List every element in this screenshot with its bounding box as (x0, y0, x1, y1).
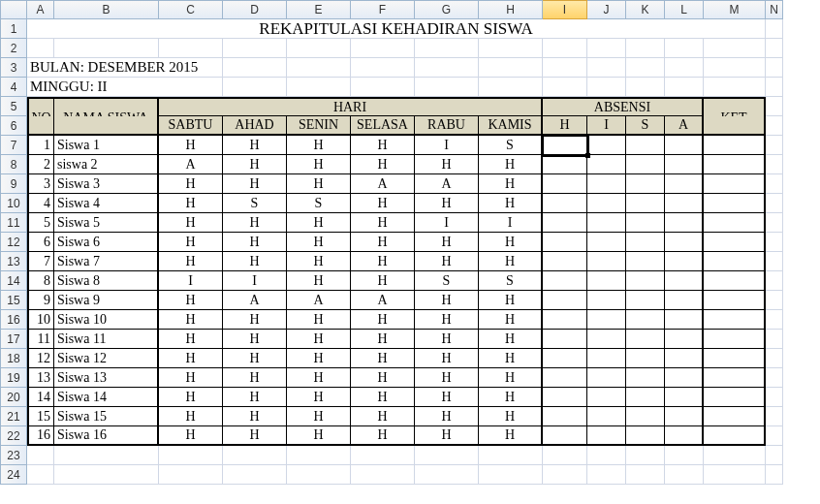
col-header-J[interactable]: J (587, 0, 626, 19)
cell-day-4-5[interactable]: H (479, 194, 543, 213)
cell-I24[interactable] (543, 465, 587, 485)
cell-day-6-4[interactable]: H (415, 233, 479, 252)
cell-N9[interactable] (766, 174, 783, 194)
cell-abs-15-2[interactable] (626, 407, 665, 426)
cell-abs-12-3[interactable] (665, 349, 704, 368)
cell-ket-7[interactable] (704, 252, 766, 271)
cell-abs-3-3[interactable] (665, 174, 704, 194)
cell-day-4-2[interactable]: S (287, 194, 351, 213)
cell-abs-9-3[interactable] (665, 291, 704, 310)
cell-K2[interactable] (626, 39, 665, 58)
cell-ket-13[interactable] (704, 368, 766, 388)
cell-day-9-0[interactable]: H (159, 291, 223, 310)
cell-nama-15[interactable]: Siswa 15 (54, 407, 159, 426)
cell-day-7-2[interactable]: H (287, 252, 351, 271)
cell-day-5-2[interactable]: H (287, 213, 351, 233)
cell-abs-14-2[interactable] (626, 388, 665, 407)
cell-N5[interactable] (766, 97, 783, 116)
cell-day-2-1[interactable]: H (223, 155, 287, 174)
cell-N7[interactable] (766, 136, 783, 155)
cell-abs-12-1[interactable] (587, 349, 626, 368)
cell-N6[interactable] (766, 116, 783, 136)
cell-day-16-4[interactable]: H (415, 426, 479, 446)
cell-day-6-2[interactable]: H (287, 233, 351, 252)
cell-ket-9[interactable] (704, 291, 766, 310)
cell-ket-8[interactable] (704, 271, 766, 291)
row-header-12[interactable]: 12 (0, 233, 27, 252)
cell-day-8-2[interactable]: H (287, 271, 351, 291)
cells-area[interactable]: REKAPITULASI KEHADIRAN SISWABULAN: DESEM… (27, 19, 783, 485)
cell-day-16-3[interactable]: H (351, 426, 415, 446)
cell-abs-16-3[interactable] (665, 426, 704, 446)
cell-abs-7-3[interactable] (665, 252, 704, 271)
cell-abs-5-0[interactable] (543, 213, 587, 233)
cell-M3[interactable] (704, 58, 766, 78)
col-header-M[interactable]: M (704, 0, 766, 19)
cell-N15[interactable] (766, 291, 783, 310)
cell-C23[interactable] (159, 446, 223, 465)
cell-nama-13[interactable]: Siswa 13 (54, 368, 159, 388)
cell-G2[interactable] (415, 39, 479, 58)
cell-nama-8[interactable]: Siswa 8 (54, 271, 159, 291)
cell-abs-10-3[interactable] (665, 310, 704, 330)
cell-abs-15-1[interactable] (587, 407, 626, 426)
cell-day-8-3[interactable]: H (351, 271, 415, 291)
cell-ket-2[interactable] (704, 155, 766, 174)
cell-abs-4-1[interactable] (587, 194, 626, 213)
cell-abs-8-3[interactable] (665, 271, 704, 291)
cell-D2[interactable] (223, 39, 287, 58)
cell-N10[interactable] (766, 194, 783, 213)
cell-M6[interactable] (704, 116, 766, 136)
cell-B2[interactable] (54, 39, 159, 58)
cell-nama-6[interactable]: Siswa 6 (54, 233, 159, 252)
cell-no-12[interactable]: 12 (27, 349, 54, 368)
cell-abs-12-2[interactable] (626, 349, 665, 368)
cell-C2[interactable] (159, 39, 223, 58)
cell-no-11[interactable]: 11 (27, 330, 54, 349)
cell-abs-1-0[interactable] (543, 136, 587, 155)
cell-A23[interactable] (27, 446, 54, 465)
cell-day-9-4[interactable]: H (415, 291, 479, 310)
cell-day-2-0[interactable]: A (159, 155, 223, 174)
cell-abs-4-3[interactable] (665, 194, 704, 213)
cell-day-7-4[interactable]: H (415, 252, 479, 271)
cell-A6[interactable] (27, 116, 54, 136)
cell-day-5-1[interactable]: H (223, 213, 287, 233)
row-header-7[interactable]: 7 (0, 136, 27, 155)
cell-abs-11-0[interactable] (543, 330, 587, 349)
cell-B24[interactable] (54, 465, 159, 485)
cell-abs-5-1[interactable] (587, 213, 626, 233)
cell-nama-2[interactable]: siswa 2 (54, 155, 159, 174)
cell-no-5[interactable]: 5 (27, 213, 54, 233)
cell-day-5-0[interactable]: H (159, 213, 223, 233)
cell-M23[interactable] (704, 446, 766, 465)
cell-I2[interactable] (543, 39, 587, 58)
cell-nama-7[interactable]: Siswa 7 (54, 252, 159, 271)
cell-no-16[interactable]: 16 (27, 426, 54, 446)
cell-H3[interactable] (479, 58, 543, 78)
cell-ket-11[interactable] (704, 330, 766, 349)
cell-abs-11-2[interactable] (626, 330, 665, 349)
cell-day-11-4[interactable]: H (415, 330, 479, 349)
cell-ket-3[interactable] (704, 174, 766, 194)
cell-day-13-4[interactable]: H (415, 368, 479, 388)
cell-D24[interactable] (223, 465, 287, 485)
cell-nama-11[interactable]: Siswa 11 (54, 330, 159, 349)
cell-day-4-4[interactable]: H (415, 194, 479, 213)
cell-H24[interactable] (479, 465, 543, 485)
cell-day-5-5[interactable]: I (479, 213, 543, 233)
cell-G4[interactable] (415, 78, 479, 97)
cell-abs-9-0[interactable] (543, 291, 587, 310)
cell-abs-16-2[interactable] (626, 426, 665, 446)
cell-J2[interactable] (587, 39, 626, 58)
col-header-K[interactable]: K (626, 0, 665, 19)
cell-day-3-0[interactable]: H (159, 174, 223, 194)
cell-abs-6-3[interactable] (665, 233, 704, 252)
cell-day-14-0[interactable]: H (159, 388, 223, 407)
cell-day-11-3[interactable]: H (351, 330, 415, 349)
cell-N20[interactable] (766, 388, 783, 407)
cell-day-10-1[interactable]: H (223, 310, 287, 330)
cell-abs-4-2[interactable] (626, 194, 665, 213)
cell-N14[interactable] (766, 271, 783, 291)
row-header-6[interactable]: 6 (0, 116, 27, 136)
